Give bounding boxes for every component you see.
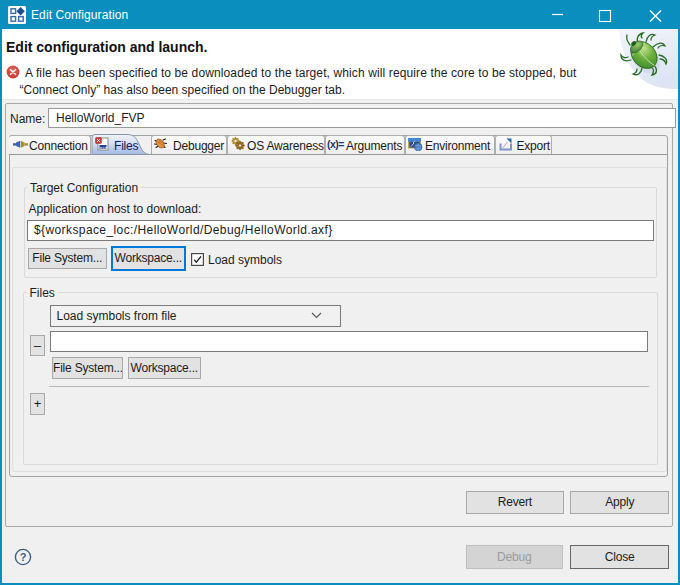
svg-text:010: 010 xyxy=(100,146,108,150)
svg-text:?: ? xyxy=(20,551,27,563)
